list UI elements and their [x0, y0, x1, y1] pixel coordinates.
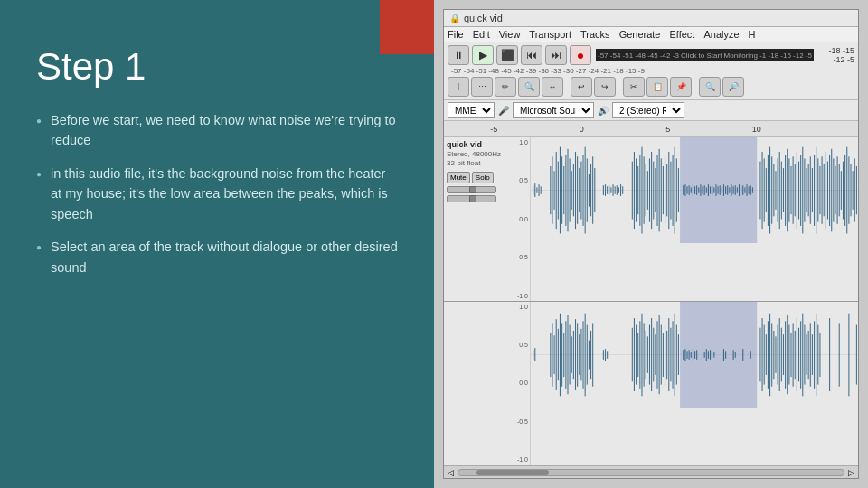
track-waveform-bottom[interactable]: 1.0 0.5 0.0 -0.5 -1.0 [505, 302, 858, 465]
volume-thumb[interactable] [469, 186, 476, 193]
svg-rect-200 [656, 321, 657, 389]
svg-rect-144 [835, 166, 835, 214]
menu-edit[interactable]: Edit [473, 29, 490, 40]
solo-button[interactable]: Solo [472, 172, 494, 183]
envelope-tool[interactable]: ⋯ [471, 77, 493, 97]
time-shift-tool[interactable]: ↔ [542, 77, 563, 97]
pan-thumb[interactable] [469, 195, 476, 202]
playback-select[interactable]: Microsoft Sound Map [513, 102, 594, 118]
copy-button[interactable]: 📋 [646, 77, 668, 97]
y-axis-bottom: 1.0 0.5 0.0 -0.5 -1.0 [505, 302, 531, 465]
menu-generate[interactable]: Generate [619, 29, 661, 40]
svg-rect-83 [712, 185, 712, 195]
draw-tool[interactable]: ✏ [495, 77, 516, 97]
mute-button[interactable]: Mute [447, 172, 470, 183]
record-button[interactable]: ● [570, 45, 591, 65]
svg-rect-64 [673, 155, 674, 226]
svg-rect-101 [746, 184, 747, 196]
host-select[interactable]: MME [448, 102, 495, 118]
scrollbar-track[interactable] [458, 469, 844, 476]
svg-rect-8 [550, 166, 551, 214]
svg-rect-90 [725, 186, 726, 194]
svg-rect-82 [710, 186, 711, 194]
svg-rect-216 [691, 352, 692, 357]
svg-rect-250 [797, 318, 797, 391]
svg-rect-238 [773, 330, 774, 378]
svg-rect-192 [641, 313, 642, 396]
svg-rect-261 [817, 324, 818, 384]
svg-rect-164 [556, 319, 557, 390]
svg-rect-251 [798, 327, 799, 381]
menu-view[interactable]: View [499, 29, 521, 40]
svg-rect-165 [558, 328, 559, 380]
svg-rect-74 [694, 186, 695, 194]
selection-tool[interactable]: I [448, 77, 469, 97]
svg-rect-264 [839, 323, 840, 386]
svg-rect-123 [795, 164, 796, 216]
svg-rect-97 [739, 184, 740, 196]
svg-rect-108 [766, 168, 767, 212]
svg-rect-241 [779, 318, 780, 391]
waveform-svg-top [531, 137, 858, 243]
svg-rect-155 [856, 166, 857, 214]
svg-rect-40 [618, 187, 619, 192]
play-button[interactable]: ▶ [472, 45, 494, 65]
svg-rect-224 [713, 352, 714, 357]
pan-slider[interactable] [447, 195, 496, 202]
list-item: in this audio file, it's the background … [36, 164, 398, 224]
scroll-left-btn[interactable]: ◁ [448, 468, 454, 477]
zoom-tool[interactable]: 🔍 [518, 77, 540, 97]
cut-button[interactable]: ✂ [623, 77, 645, 97]
scrollbar-thumb[interactable] [476, 470, 549, 475]
svg-rect-113 [775, 171, 776, 210]
scroll-right-btn[interactable]: ▷ [848, 468, 854, 477]
svg-rect-240 [778, 324, 778, 384]
redo-button[interactable]: ↪ [594, 77, 616, 97]
svg-rect-33 [605, 184, 606, 196]
recording-select[interactable]: 2 (Stereo) Rec [612, 102, 684, 118]
track-top: quick vid Stereo, 48000Hz 32-bit float M… [444, 137, 858, 302]
stop-button[interactable]: ⬛ [496, 45, 518, 65]
zoom-in-button[interactable]: 🔍 [699, 77, 721, 97]
pause-button[interactable]: ⏸ [448, 45, 469, 65]
svg-rect-227 [733, 350, 734, 360]
svg-rect-17 [567, 149, 568, 232]
menu-bar[interactable]: File Edit View Transport Tracks Generate… [444, 27, 858, 42]
svg-rect-72 [691, 187, 692, 192]
svg-rect-263 [829, 318, 830, 391]
svg-rect-256 [808, 330, 809, 378]
menu-effect[interactable]: Effect [670, 29, 695, 40]
svg-rect-95 [735, 185, 736, 195]
svg-rect-20 [573, 164, 574, 216]
menu-transport[interactable]: Transport [529, 29, 571, 40]
audacity-window: 🔒 quick vid File Edit View Transport Tra… [443, 9, 859, 479]
svg-rect-19 [571, 171, 572, 210]
svg-rect-213 [684, 349, 685, 361]
paste-button[interactable]: 📌 [670, 77, 692, 97]
svg-rect-56 [656, 155, 657, 226]
svg-rect-44 [634, 152, 635, 229]
svg-rect-31 [594, 168, 595, 212]
svg-rect-208 [673, 321, 674, 389]
svg-rect-68 [683, 185, 684, 195]
undo-button[interactable]: ↩ [571, 77, 592, 97]
menu-file[interactable]: File [448, 29, 464, 40]
svg-rect-203 [663, 333, 664, 377]
transport-toolbar: ⏸ ▶ ⬛ ⏮ ⏭ ● -57 -54 -51 -48 -45 [448, 45, 854, 65]
svg-rect-222 [708, 351, 709, 359]
menu-tracks[interactable]: Tracks [580, 29, 610, 40]
level-right: -18 -15 -12 -5 [818, 46, 854, 64]
svg-rect-223 [710, 350, 711, 360]
track-waveform-top[interactable]: 1.0 0.5 0.0 -0.5 -1.0 [505, 137, 858, 301]
menu-help[interactable]: H [749, 29, 756, 40]
svg-rect-120 [788, 158, 789, 221]
menu-analyze[interactable]: Analyze [703, 29, 739, 40]
volume-slider[interactable] [447, 186, 496, 193]
svg-rect-27 [587, 158, 588, 221]
svg-rect-125 [798, 162, 799, 220]
next-button[interactable]: ⏭ [545, 45, 567, 65]
bullet-list: Before we start, we need to know what no… [36, 110, 398, 290]
zoom-out-button[interactable]: 🔎 [722, 77, 744, 97]
svg-rect-30 [592, 156, 593, 224]
prev-button[interactable]: ⏮ [521, 45, 542, 65]
